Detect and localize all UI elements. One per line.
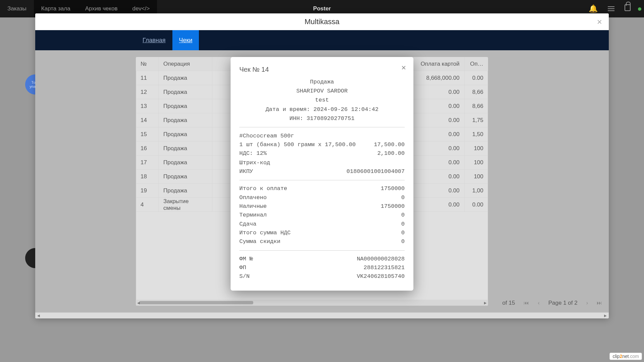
cell-operation: Продажа: [159, 141, 212, 155]
cell-operation: Продажа: [159, 184, 212, 197]
page-prev-icon[interactable]: ‹: [538, 300, 539, 306]
receipt-total-row: Оплачено0: [239, 193, 405, 202]
modal-header: Multikassa ×: [35, 13, 609, 30]
lock-icon[interactable]: [625, 4, 631, 13]
cell-cash: 100: [465, 170, 488, 183]
receipt-total-row: Сумма скидки0: [239, 237, 405, 246]
cell-cash: 8,66: [465, 85, 488, 99]
table-pagination: of 15 ⏮ ‹ Page 1 of 2 › ⏭: [502, 300, 602, 306]
receipt-type: Продажа: [239, 77, 405, 86]
receipt-title: Чек № 14: [239, 66, 405, 73]
table-horizontal-scrollbar[interactable]: [136, 300, 488, 306]
receipt-cashier: SHARIPOV SARDOR: [239, 86, 405, 96]
col-number[interactable]: №: [136, 57, 159, 71]
page-first-icon[interactable]: ⏮: [524, 300, 529, 306]
cell-operation: Продажа: [159, 99, 212, 113]
multikassa-modal: Multikassa × Главная Чеки № Операция Опл…: [35, 13, 609, 318]
nav-orders[interactable]: Заказы: [0, 0, 34, 17]
receipt-ikpu: ИКПУ01806001001004007: [239, 167, 405, 176]
receipt-total-row: Наличные1750000: [239, 202, 405, 211]
receipt-total-row: Сдача0: [239, 220, 405, 229]
receipt-total-row: Итого сумма НДС0: [239, 229, 405, 237]
cell-number: 11: [136, 71, 159, 85]
tab-main[interactable]: Главная: [136, 30, 172, 50]
col-cash[interactable]: Оп…: [465, 57, 488, 71]
receipt-dialog: × Чек № 14 Продажа SHARIPOV SARDOR test …: [231, 57, 414, 291]
bell-icon[interactable]: 🔔: [589, 4, 598, 13]
cell-number: 16: [136, 141, 159, 155]
cell-cash: 8,66: [465, 99, 488, 113]
close-icon[interactable]: ×: [597, 17, 602, 26]
menu-icon[interactable]: [608, 6, 614, 11]
cell-number: 18: [136, 170, 159, 183]
cell-number: 19: [136, 184, 159, 197]
cell-operation: Продажа: [159, 85, 212, 99]
receipt-item-name: #Chococream 500г: [239, 131, 405, 140]
page-last-icon[interactable]: ⏭: [597, 300, 602, 306]
row-range: of 15: [502, 300, 515, 306]
cell-operation: Продажа: [159, 156, 212, 169]
cell-operation: Продажа: [159, 71, 212, 85]
receipt-barcode-label: Штрих-код: [239, 158, 405, 167]
receipt-item-line: 1 шт (банка) 500 грамм x 17,500.0017,500…: [239, 140, 405, 149]
clip2net-watermark: clip2net.com: [609, 353, 642, 360]
tab-receipts[interactable]: Чеки: [172, 30, 199, 50]
tab-bar: Главная Чеки: [35, 30, 609, 50]
receipt-total-row: Терминал0: [239, 211, 405, 220]
cell-cash: 1,50: [465, 127, 488, 141]
cell-cash: 100: [465, 141, 488, 155]
cell-number: 13: [136, 99, 159, 113]
modal-horizontal-scrollbar[interactable]: [35, 312, 609, 318]
cell-number: 17: [136, 156, 159, 169]
page-indicator: Page 1 of 2: [548, 300, 578, 306]
cell-cash: 1,75: [465, 113, 488, 127]
cell-cash: 0.00: [465, 71, 488, 85]
cell-number: 12: [136, 85, 159, 99]
receipt-footer-row: ФМ №NA000000028028: [239, 255, 405, 263]
receipt-close-icon[interactable]: ×: [401, 63, 406, 72]
col-operation[interactable]: Операция: [159, 57, 212, 71]
receipt-inn: ИНН: 31708920270751: [239, 114, 405, 123]
cell-operation: Продажа: [159, 127, 212, 141]
cell-number: 4: [136, 198, 159, 212]
status-dot-icon: [638, 7, 641, 11]
receipt-datetime: Дата и время: 2024-09-26 12:04:42: [239, 105, 405, 114]
brand-label: Poster: [313, 5, 331, 12]
receipt-footer-row: ФП288122315821: [239, 263, 405, 272]
cell-cash: 1,00: [465, 184, 488, 197]
page-next-icon[interactable]: ›: [586, 300, 588, 306]
cell-number: 14: [136, 113, 159, 127]
receipt-total-row: Итого к оплате1750000: [239, 184, 405, 193]
modal-body: № Операция Оплата картой Оп… 11Продажа8,…: [35, 50, 609, 312]
receipt-footer-row: S/NVK240628105740: [239, 272, 405, 281]
receipt-vat: НДС: 12%2,100.00: [239, 149, 405, 158]
cell-number: 15: [136, 127, 159, 141]
cell-operation: Продажа: [159, 170, 212, 183]
cell-operation: Продажа: [159, 113, 212, 127]
cell-cash: 100: [465, 156, 488, 169]
cell-cash: 0.00: [465, 198, 488, 212]
modal-title: Multikassa: [305, 17, 339, 26]
receipt-shop: test: [239, 96, 405, 105]
cell-operation: Закрытие смены: [159, 198, 212, 212]
